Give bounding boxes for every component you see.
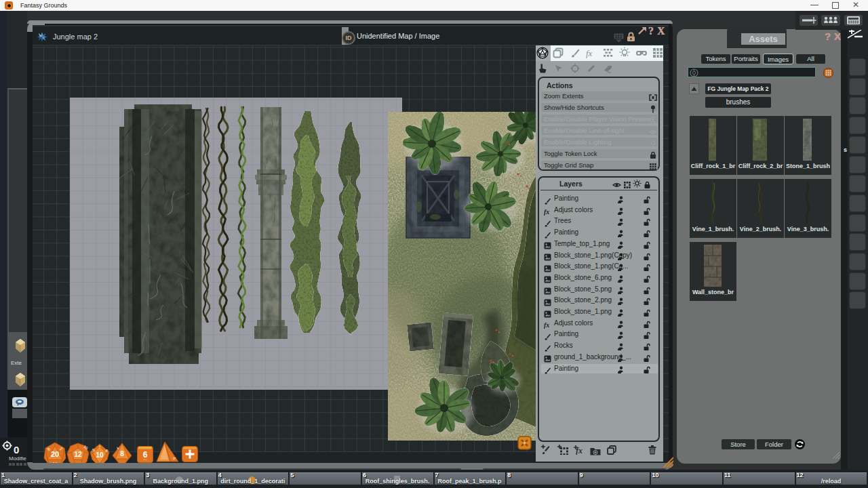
svg-text:6: 6 [143,450,148,460]
svg-text:14: 14 [53,462,58,463]
svg-text:8: 8 [120,450,124,458]
svg-text:fx: fx [544,208,549,216]
svg-text:10: 10 [96,451,104,459]
svg-text:fx: fx [586,48,593,58]
svg-text:fx: fx [544,321,549,329]
svg-text:12: 12 [74,451,82,458]
svg-text:20: 20 [51,450,59,458]
